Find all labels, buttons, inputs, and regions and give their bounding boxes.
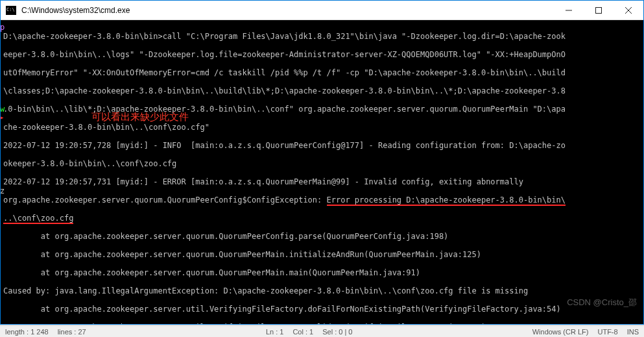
status-ln: Ln : 1: [266, 328, 284, 336]
status-eol: Windows (CR LF): [532, 328, 589, 336]
close-button[interactable]: [614, 1, 643, 20]
cmd-window: C:\Windows\system32\cmd.exe D:\apache-zo…: [0, 0, 644, 325]
window-controls: [554, 1, 643, 19]
annotation-text: 可以看出来缺少此文件: [91, 112, 189, 121]
output-line: at org.apache.zookeeper.server.quorum.Qu…: [3, 232, 642, 241]
gutter-mark: z: [1, 186, 5, 195]
output-line: org.apache.zookeeper.server.quorum.Quoru…: [3, 195, 642, 205]
terminal-output[interactable]: D:\apache-zookeeper-3.8.0-bin\bin>call "…: [1, 20, 643, 324]
output-line: at org.apache.zookeeper.server.util.Veri…: [3, 323, 642, 324]
gutter-mark: p: [1, 23, 5, 32]
status-lines: lines : 27: [58, 328, 86, 336]
output-line: ..\conf\zoo.cfg: [3, 214, 642, 223]
minimize-icon: [566, 7, 572, 14]
error-highlight: ..\conf\zoo.cfg: [3, 214, 73, 224]
status-col: Col : 1: [292, 328, 313, 336]
window-title: C:\Windows\system32\cmd.exe: [20, 6, 554, 15]
minimize-button[interactable]: [554, 1, 584, 20]
output-line: Caused by: java.lang.IllegalArgumentExce…: [3, 286, 642, 295]
cmd-icon: [6, 6, 16, 15]
maximize-button[interactable]: [584, 1, 614, 20]
output-line: D:\apache-zookeeper-3.8.0-bin\bin>call "…: [3, 32, 642, 41]
text: org.apache.zookeeper.server.quorum.Quoru…: [3, 195, 327, 205]
error-highlight: Error processing D:\apache-zookeeper-3.8…: [327, 195, 566, 206]
titlebar[interactable]: C:\Windows\system32\cmd.exe: [1, 1, 643, 20]
output-line: utOfMemoryError" "-XX:OnOutOfMemoryError…: [3, 68, 642, 77]
editor-statusbar: length : 1 248 lines : 27 Ln : 1 Col : 1…: [0, 325, 644, 337]
annotation-arrow-icon: ➤: [1, 114, 4, 123]
gutter-mark: w: [1, 105, 5, 114]
output-line: okeeper-3.8.0-bin\bin\..\conf\zoo.cfg: [3, 159, 642, 168]
output-line: at org.apache.zookeeper.server.quorum.Qu…: [3, 250, 642, 259]
output-line: \classes;D:\apache-zookeeper-3.8.0-bin\b…: [3, 86, 642, 95]
close-icon: [625, 7, 632, 14]
status-length: length : 1 248: [5, 328, 49, 336]
status-ins: INS: [627, 328, 639, 336]
output-line: 2022-07-12 19:20:57,728 [myid:] - INFO […: [3, 141, 642, 150]
output-line: at org.apache.zookeeper.server.util.Veri…: [3, 305, 642, 314]
output-line: che-zookeeper-3.8.0-bin\bin\..\conf\zoo.…: [3, 123, 642, 132]
status-sel: Sel : 0 | 0: [322, 328, 352, 336]
output-line: at org.apache.zookeeper.server.quorum.Qu…: [3, 268, 642, 277]
maximize-icon: [595, 7, 602, 14]
output-line: 2022-07-12 19:20:57,731 [myid:] - ERROR …: [3, 177, 642, 186]
output-line: eeper-3.8.0-bin\bin\..\logs" "-Dzookeepe…: [3, 50, 642, 59]
svg-rect-0: [596, 8, 602, 14]
status-encoding: UTF-8: [597, 328, 617, 336]
